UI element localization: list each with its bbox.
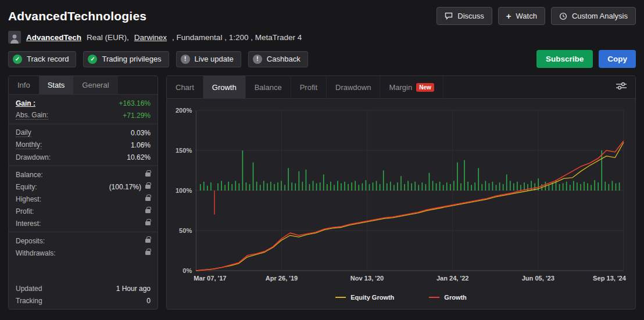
stats-group-gain: Gain : +163.16% Abs. Gain: +71.29%	[9, 95, 158, 124]
stats-group-deposits: Deposits: Withdrawals:	[9, 232, 158, 261]
stat-row-tracking: Tracking 0	[9, 294, 158, 307]
page-header: AdvancedTechnologies Discuss + Watch Cus…	[8, 7, 636, 25]
chart-tabs: Chart Growth Balance Profit Drawdown Mar…	[167, 76, 635, 99]
stat-row-highest: Highest:	[9, 193, 158, 205]
stats-group-balances: Balance: Equity: (100.17%) Highest: Prof…	[9, 166, 158, 232]
stat-value: +163.16%	[119, 99, 151, 107]
stat-label: Daily	[16, 128, 31, 137]
stat-value: 0.03%	[131, 129, 151, 137]
badge-cashback[interactable]: ! Cashback	[248, 51, 308, 67]
lock-icon	[145, 239, 151, 243]
discuss-button[interactable]: Discuss	[437, 7, 492, 25]
svg-text:Apr 26, '19: Apr 26, '19	[266, 275, 298, 282]
exclamation-icon: !	[253, 55, 262, 64]
badge-trading-privileges[interactable]: ✓ Trading privileges	[83, 51, 169, 67]
svg-text:Jun 05, '23: Jun 05, '23	[522, 275, 554, 282]
sliders-icon	[616, 81, 627, 93]
stat-row-daily: Daily 0.03%	[9, 127, 158, 139]
avatar	[8, 31, 21, 44]
stat-row-deposits: Deposits:	[9, 235, 158, 247]
stat-value: 0	[146, 297, 151, 305]
stat-label: Drawdown:	[16, 153, 51, 161]
cta-group: Subscribe Copy	[536, 50, 636, 68]
stat-label: Monthly:	[16, 141, 42, 149]
svg-text:Mar 07, '17: Mar 07, '17	[194, 275, 226, 282]
tab-balance[interactable]: Balance	[246, 76, 291, 98]
stat-label: Interest:	[16, 220, 41, 228]
tab-general[interactable]: General	[73, 76, 117, 94]
stat-value: 1 Hour ago	[116, 285, 151, 293]
chart-settings-button[interactable]	[607, 76, 635, 98]
account-name-link[interactable]: AdvancedTech	[26, 33, 81, 42]
header-actions: Discuss + Watch Custom Analysis	[437, 7, 636, 25]
stat-label: Withdrawals:	[16, 249, 56, 257]
svg-text:0%: 0%	[183, 267, 192, 274]
stat-label: Deposits:	[16, 237, 45, 245]
legend-growth[interactable]: Growth	[429, 294, 467, 301]
growth-chart[interactable]: 0%50%100%150%200%Mar 07, '17Apr 26, '19N…	[167, 99, 635, 290]
lock-icon	[145, 251, 151, 255]
custom-analysis-button[interactable]: Custom Analysis	[551, 7, 636, 25]
check-icon: ✓	[88, 55, 97, 64]
watch-button[interactable]: + Watch	[498, 7, 545, 25]
tab-chart[interactable]: Chart	[167, 76, 203, 98]
legend-equity-growth[interactable]: Equity Growth	[335, 294, 394, 301]
broker-link[interactable]: Darwinex	[134, 33, 167, 42]
discuss-label: Discuss	[457, 12, 484, 20]
stat-value: 1.06%	[131, 141, 151, 149]
stat-row-updated: Updated 1 Hour ago	[9, 282, 158, 294]
stat-label: Updated	[16, 285, 42, 293]
tab-profit[interactable]: Profit	[291, 76, 327, 98]
svg-text:150%: 150%	[176, 147, 192, 154]
lock-icon	[145, 209, 151, 213]
stat-label: Tracking	[16, 297, 42, 305]
stat-value: (100.17%)	[109, 183, 141, 191]
stat-label: Equity:	[16, 183, 37, 191]
stat-label: Profit:	[16, 207, 34, 215]
check-icon: ✓	[13, 55, 22, 64]
stat-row-interest: Interest:	[9, 217, 158, 229]
tab-growth[interactable]: Growth	[203, 76, 246, 98]
stat-row-drawdown: Drawdown: 10.62%	[9, 151, 158, 163]
svg-text:Nov 13, '20: Nov 13, '20	[350, 275, 384, 282]
stat-label: Abs. Gain:	[16, 111, 48, 120]
copy-button[interactable]: Copy	[599, 50, 636, 68]
chart-panel: Chart Growth Balance Profit Drawdown Mar…	[166, 75, 636, 310]
equity-growth-marker	[335, 297, 346, 298]
svg-text:200%: 200%	[176, 107, 192, 114]
lock-icon	[145, 197, 151, 201]
svg-text:50%: 50%	[179, 227, 192, 234]
lock-icon	[145, 185, 151, 189]
stat-value: +71.29%	[123, 112, 151, 120]
svg-text:Sep 13, '24: Sep 13, '24	[593, 275, 627, 282]
stat-label: Balance:	[16, 171, 43, 179]
badge-label: Live update	[195, 55, 234, 63]
badge-row: ✓ Track record ✓ Trading privileges ! Li…	[8, 50, 636, 68]
tab-stats[interactable]: Stats	[39, 76, 74, 94]
stat-row-gain: Gain : +163.16%	[9, 97, 158, 109]
badge-track-record[interactable]: ✓ Track record	[8, 51, 76, 67]
new-badge: New	[416, 83, 434, 92]
clock-icon	[559, 12, 567, 20]
badge-label: Cashback	[267, 55, 300, 63]
stat-row-profit: Profit:	[9, 205, 158, 217]
stat-row-equity: Equity: (100.17%)	[9, 181, 158, 193]
plus-icon: +	[506, 13, 511, 19]
stat-row-withdrawals: Withdrawals:	[9, 247, 158, 259]
exclamation-icon: !	[181, 55, 190, 64]
sidebar-spacer	[9, 261, 158, 280]
svg-text:100%: 100%	[176, 187, 192, 194]
stats-sidebar: Info Stats General Gain : +163.16% Abs. …	[8, 75, 158, 310]
stat-row-monthly: Monthly: 1.06%	[9, 139, 158, 151]
account-row: AdvancedTech Real (EUR), Darwinex , Fund…	[8, 31, 636, 44]
tab-drawdown[interactable]: Drawdown	[327, 76, 380, 98]
subscribe-button[interactable]: Subscribe	[536, 50, 593, 68]
growth-chart-svg[interactable]: 0%50%100%150%200%Mar 07, '17Apr 26, '19N…	[169, 103, 631, 288]
lock-icon	[145, 172, 151, 177]
tab-info[interactable]: Info	[9, 76, 39, 94]
badge-live-update[interactable]: ! Live update	[176, 51, 241, 67]
stat-label: Highest:	[16, 195, 41, 203]
tab-margin[interactable]: Margin New	[380, 76, 443, 98]
stat-value: 10.62%	[127, 153, 151, 161]
stats-group-meta: Updated 1 Hour ago Tracking 0	[9, 280, 158, 309]
